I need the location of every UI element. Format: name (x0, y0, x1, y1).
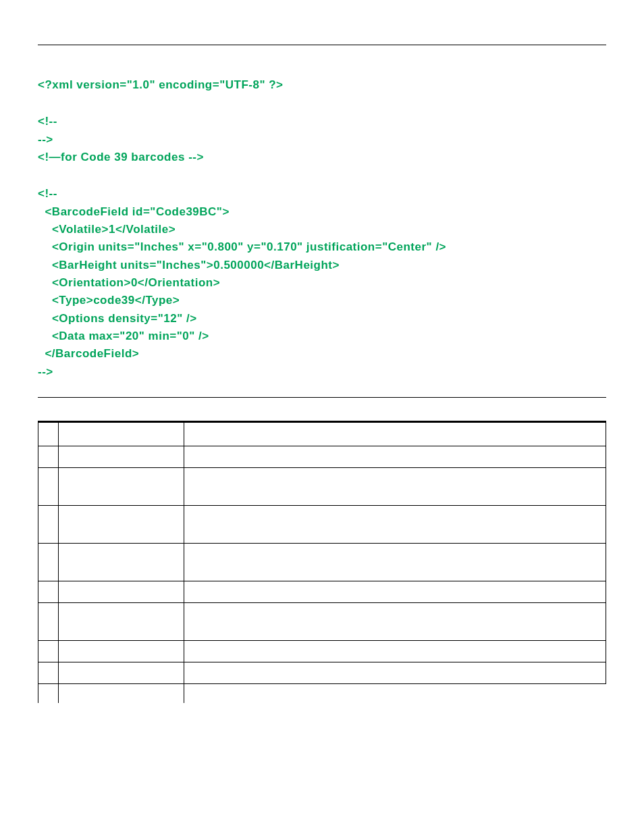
code-line: <Data max="20" min="0" /> (38, 330, 209, 342)
code-line: <Origin units="Inches" x="0.800" y="0.17… (38, 240, 446, 253)
table-cell (38, 603, 59, 641)
table-cell (184, 446, 606, 468)
table-header-cell (184, 422, 606, 446)
code-line: <!—for Code 39 barcodes --> (38, 151, 204, 163)
code-line: <Orientation>0</Orientation> (38, 276, 220, 289)
table-row (38, 662, 606, 684)
table-row (38, 641, 606, 662)
page: <?xml version="1.0" encoding="UTF-8" ?> … (0, 45, 644, 703)
code-line: </BarcodeField> (38, 347, 139, 360)
table-cell (59, 506, 184, 544)
table-cell (184, 544, 606, 581)
table-cell (184, 581, 606, 603)
table-cell (59, 603, 184, 641)
code-line: <!-- (38, 187, 57, 200)
table-cell (59, 641, 184, 662)
table-cell (59, 544, 184, 581)
code-line: --> (38, 365, 53, 378)
table-cell (59, 581, 184, 603)
table-row (38, 581, 606, 603)
table-cell (38, 506, 59, 544)
table-cell (184, 506, 606, 544)
data-table (38, 421, 606, 703)
top-horizontal-rule (38, 45, 606, 45)
table-row (38, 603, 606, 641)
table-cell (38, 544, 59, 581)
table-cell (59, 446, 184, 468)
code-line: <Type>code39</Type> (38, 294, 180, 307)
code-line: <BarcodeField id="Code39BC"> (38, 205, 230, 218)
table-row (38, 544, 606, 581)
code-line: <?xml version="1.0" encoding="UTF-8" ?> (38, 78, 284, 91)
table-cell (38, 446, 59, 468)
code-line: --> (38, 133, 53, 146)
code-line: <BarHeight units="Inches">0.500000</BarH… (38, 259, 340, 271)
table-header-cell (38, 422, 59, 446)
table-row (38, 468, 606, 506)
table-header-row (38, 422, 606, 446)
xml-code-block: <?xml version="1.0" encoding="UTF-8" ?> … (38, 76, 606, 381)
table-row (38, 446, 606, 468)
table-cell (59, 468, 184, 506)
code-line: <Volatile>1</Volatile> (38, 223, 176, 236)
table-cell (184, 468, 606, 506)
table-cell (38, 662, 59, 684)
table-cell (38, 684, 59, 703)
table-cell (184, 603, 606, 641)
table-cell (38, 581, 59, 603)
table-cell (184, 662, 606, 684)
table-row (38, 684, 606, 703)
table-row (38, 506, 606, 544)
code-line: <!-- (38, 115, 57, 128)
table-cell (59, 684, 184, 703)
table-cell (184, 641, 606, 662)
code-line: <Options density="12" /> (38, 312, 197, 325)
table-header-cell (59, 422, 184, 446)
mid-horizontal-rule (38, 397, 606, 398)
data-table-wrap (38, 421, 606, 703)
table-cell (184, 684, 606, 703)
table-cell (38, 468, 59, 506)
table-cell (38, 641, 59, 662)
table-cell (59, 662, 184, 684)
